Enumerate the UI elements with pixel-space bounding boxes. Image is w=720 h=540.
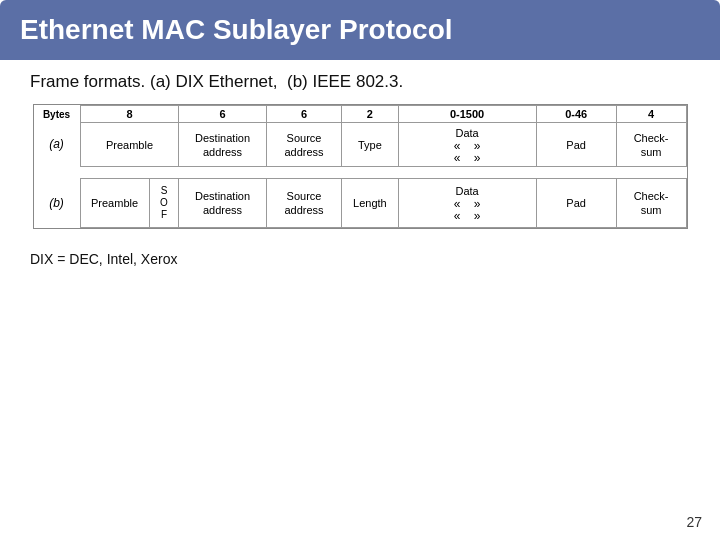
row-a-data: Data « » « » [398, 123, 536, 167]
header: Ethernet MAC Sublayer Protocol [0, 0, 720, 60]
row-a-preamble: Preamble [80, 123, 179, 167]
bytes-header-row: Bytes 8 6 6 2 0-1500 0-46 4 [34, 106, 687, 123]
row-b: (b) Preamble SOF Destination address Sou… [34, 179, 687, 228]
row-b-checksum: Check-sum [616, 179, 686, 228]
col-hdr-data: 0-1500 [398, 106, 536, 123]
subtitle-main: Frame formats. (a) DIX Ethernet, (b) IEE… [30, 72, 403, 91]
row-a-label: (a) [34, 123, 81, 167]
row-b-src-addr: Source address [266, 179, 342, 228]
col-hdr-8: 8 [80, 106, 179, 123]
sep-cell [34, 167, 687, 179]
col-hdr-ck: 4 [616, 106, 686, 123]
col-hdr-2: 2 [342, 106, 398, 123]
separator [34, 167, 687, 179]
row-b-pad: Pad [536, 179, 616, 228]
col-hdr-6a: 6 [179, 106, 266, 123]
row-b-sof: SOF [149, 179, 178, 227]
row-a-dest-addr: Destination address [179, 123, 266, 167]
row-b-preamble-sof: Preamble SOF [80, 179, 179, 228]
row-b-label: (b) [34, 179, 81, 228]
row-b-preamble: Preamble [81, 179, 150, 227]
header-title: Ethernet MAC Sublayer Protocol [20, 14, 453, 45]
row-a: (a) Preamble Destination address Source … [34, 123, 687, 167]
row-a-type: Type [342, 123, 398, 167]
subtitle: Frame formats. (a) DIX Ethernet, (b) IEE… [30, 72, 690, 92]
row-b-length: Length [342, 179, 398, 228]
row-a-checksum: Check-sum [616, 123, 686, 167]
frame-container: Bytes 8 6 6 2 0-1500 0-46 4 (a) Preamble… [33, 104, 688, 229]
page-number: 27 [686, 514, 702, 530]
row-b-dest-addr: Destination address [179, 179, 266, 228]
row-a-src-addr: Source address [266, 123, 342, 167]
footer-note: DIX = DEC, Intel, Xerox [30, 251, 690, 267]
col-hdr-pad: 0-46 [536, 106, 616, 123]
col-hdr-6b: 6 [266, 106, 342, 123]
ethernet-frames-table: Bytes 8 6 6 2 0-1500 0-46 4 (a) Preamble… [34, 105, 687, 228]
row-b-data: Data « » « » [398, 179, 536, 228]
row-a-pad: Pad [536, 123, 616, 167]
bytes-label: Bytes [34, 106, 81, 123]
